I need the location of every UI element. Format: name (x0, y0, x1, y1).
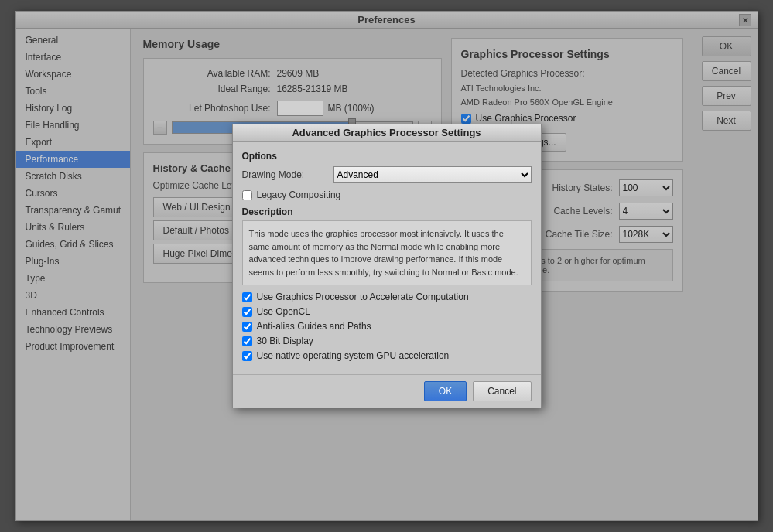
preferences-window: Preferences ✕ GeneralInterfaceWorkspaceT… (15, 11, 758, 521)
use-gpu-accel-checkbox[interactable] (242, 292, 252, 302)
30bit-label: 30 Bit Display (257, 336, 313, 346)
checkbox-row-4: Use native operating system GPU accelera… (242, 350, 532, 361)
legacy-checkbox[interactable] (242, 190, 252, 200)
use-opencl-label: Use OpenCL (257, 306, 310, 317)
options-label: Options (242, 151, 532, 162)
checkbox-row-0: Use Graphics Processor to Accelerate Com… (242, 292, 532, 302)
agps-titlebar: Advanced Graphics Processor Settings (233, 124, 541, 142)
agps-dialog: Advanced Graphics Processor Settings Opt… (232, 124, 542, 408)
drawing-mode-select[interactable]: Advanced Normal Basic (333, 166, 532, 183)
drawing-mode-row: Drawing Mode: Advanced Normal Basic (242, 166, 532, 183)
antialias-label: Anti-alias Guides and Paths (257, 321, 371, 332)
native-gpu-label: Use native operating system GPU accelera… (257, 350, 450, 361)
agps-body: Options Drawing Mode: Advanced Normal Ba… (233, 142, 541, 374)
antialias-checkbox[interactable] (242, 322, 252, 332)
agps-buttons: OK Cancel (233, 374, 541, 408)
legacy-row: Legacy Compositing (242, 189, 532, 200)
agps-title: Advanced Graphics Processor Settings (292, 127, 481, 138)
native-gpu-checkbox[interactable] (242, 351, 252, 361)
checkbox-row-2: Anti-alias Guides and Paths (242, 321, 532, 332)
agps-ok-button[interactable]: OK (424, 381, 467, 401)
use-gpu-accel-label: Use Graphics Processor to Accelerate Com… (257, 292, 469, 302)
agps-cancel-button[interactable]: Cancel (473, 381, 531, 401)
checkbox-row-1: Use OpenCL (242, 306, 532, 317)
checkbox-row-3: 30 Bit Display (242, 336, 532, 346)
use-opencl-checkbox[interactable] (242, 307, 252, 317)
description-title: Description (242, 206, 532, 217)
30bit-checkbox[interactable] (242, 336, 252, 346)
description-text: This mode uses the graphics processor mo… (242, 220, 532, 285)
legacy-label: Legacy Compositing (257, 189, 341, 200)
drawing-mode-label: Drawing Mode: (242, 169, 327, 180)
